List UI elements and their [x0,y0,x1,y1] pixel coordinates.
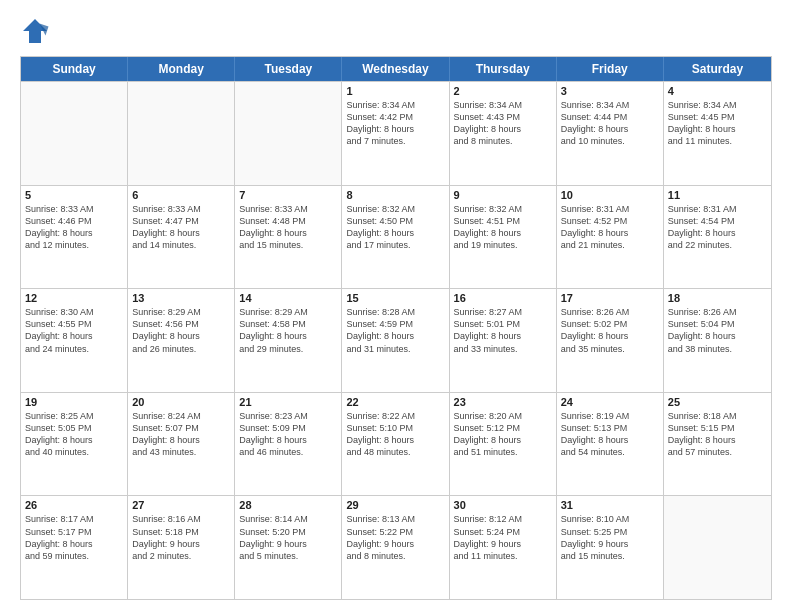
cell-line: Daylight: 8 hours [454,330,552,342]
cell-line: and 48 minutes. [346,446,444,458]
cell-line: Daylight: 8 hours [668,330,767,342]
page: SundayMondayTuesdayWednesdayThursdayFrid… [0,0,792,612]
cell-line: and 57 minutes. [668,446,767,458]
cell-line: Sunset: 5:01 PM [454,318,552,330]
cell-line: Sunset: 4:58 PM [239,318,337,330]
day-number: 19 [25,396,123,408]
cell-line: and 22 minutes. [668,239,767,251]
day-number: 11 [668,189,767,201]
weekday-header: Saturday [664,57,771,81]
cell-line: Sunset: 5:22 PM [346,526,444,538]
calendar-cell: 6Sunrise: 8:33 AMSunset: 4:47 PMDaylight… [128,186,235,289]
cell-line: Sunrise: 8:16 AM [132,513,230,525]
calendar-row: 1Sunrise: 8:34 AMSunset: 4:42 PMDaylight… [21,81,771,185]
day-number: 10 [561,189,659,201]
cell-line: Sunrise: 8:28 AM [346,306,444,318]
cell-line: Sunset: 4:54 PM [668,215,767,227]
cell-line: Daylight: 8 hours [239,434,337,446]
calendar-row: 26Sunrise: 8:17 AMSunset: 5:17 PMDayligh… [21,495,771,599]
cell-line: Daylight: 9 hours [346,538,444,550]
cell-line: and 11 minutes. [668,135,767,147]
cell-line: and 15 minutes. [561,550,659,562]
calendar-cell [128,82,235,185]
cell-line: Daylight: 8 hours [25,330,123,342]
calendar: SundayMondayTuesdayWednesdayThursdayFrid… [20,56,772,600]
cell-line: and 8 minutes. [346,550,444,562]
cell-line: Sunset: 4:55 PM [25,318,123,330]
cell-line: Sunset: 5:15 PM [668,422,767,434]
cell-line: and 43 minutes. [132,446,230,458]
cell-line: Sunset: 4:44 PM [561,111,659,123]
cell-line: Daylight: 8 hours [668,227,767,239]
header [20,16,772,46]
cell-line: and 59 minutes. [25,550,123,562]
calendar-cell: 17Sunrise: 8:26 AMSunset: 5:02 PMDayligh… [557,289,664,392]
cell-line: Sunset: 5:17 PM [25,526,123,538]
cell-line: and 33 minutes. [454,343,552,355]
cell-line: and 46 minutes. [239,446,337,458]
cell-line: Daylight: 9 hours [454,538,552,550]
calendar-cell: 20Sunrise: 8:24 AMSunset: 5:07 PMDayligh… [128,393,235,496]
cell-line: Sunrise: 8:32 AM [454,203,552,215]
calendar-cell: 24Sunrise: 8:19 AMSunset: 5:13 PMDayligh… [557,393,664,496]
day-number: 31 [561,499,659,511]
cell-line: Daylight: 8 hours [668,123,767,135]
day-number: 7 [239,189,337,201]
cell-line: Sunrise: 8:31 AM [668,203,767,215]
cell-line: Sunset: 4:47 PM [132,215,230,227]
day-number: 12 [25,292,123,304]
calendar-row: 19Sunrise: 8:25 AMSunset: 5:05 PMDayligh… [21,392,771,496]
cell-line: Daylight: 9 hours [561,538,659,550]
day-number: 16 [454,292,552,304]
cell-line: and 14 minutes. [132,239,230,251]
calendar-cell: 18Sunrise: 8:26 AMSunset: 5:04 PMDayligh… [664,289,771,392]
day-number: 30 [454,499,552,511]
day-number: 9 [454,189,552,201]
calendar-cell: 2Sunrise: 8:34 AMSunset: 4:43 PMDaylight… [450,82,557,185]
calendar-cell: 1Sunrise: 8:34 AMSunset: 4:42 PMDaylight… [342,82,449,185]
calendar-cell: 22Sunrise: 8:22 AMSunset: 5:10 PMDayligh… [342,393,449,496]
cell-line: Sunset: 5:12 PM [454,422,552,434]
cell-line: and 38 minutes. [668,343,767,355]
calendar-cell: 15Sunrise: 8:28 AMSunset: 4:59 PMDayligh… [342,289,449,392]
cell-line: Sunrise: 8:34 AM [454,99,552,111]
cell-line: Daylight: 8 hours [561,227,659,239]
cell-line: Sunrise: 8:20 AM [454,410,552,422]
calendar-cell: 5Sunrise: 8:33 AMSunset: 4:46 PMDaylight… [21,186,128,289]
calendar-cell: 26Sunrise: 8:17 AMSunset: 5:17 PMDayligh… [21,496,128,599]
day-number: 3 [561,85,659,97]
cell-line: Daylight: 8 hours [346,330,444,342]
cell-line: and 15 minutes. [239,239,337,251]
cell-line: Sunset: 5:20 PM [239,526,337,538]
day-number: 24 [561,396,659,408]
cell-line: and 5 minutes. [239,550,337,562]
day-number: 26 [25,499,123,511]
cell-line: Sunset: 4:48 PM [239,215,337,227]
calendar-cell: 8Sunrise: 8:32 AMSunset: 4:50 PMDaylight… [342,186,449,289]
day-number: 8 [346,189,444,201]
weekday-header: Thursday [450,57,557,81]
cell-line: Daylight: 9 hours [239,538,337,550]
cell-line: and 29 minutes. [239,343,337,355]
cell-line: and 51 minutes. [454,446,552,458]
cell-line: Sunset: 5:02 PM [561,318,659,330]
calendar-cell: 13Sunrise: 8:29 AMSunset: 4:56 PMDayligh… [128,289,235,392]
cell-line: Sunrise: 8:12 AM [454,513,552,525]
cell-line: Sunrise: 8:17 AM [25,513,123,525]
cell-line: and 8 minutes. [454,135,552,147]
cell-line: Sunrise: 8:18 AM [668,410,767,422]
cell-line: Sunrise: 8:24 AM [132,410,230,422]
logo-icon [20,16,50,46]
cell-line: Sunrise: 8:10 AM [561,513,659,525]
cell-line: Daylight: 9 hours [132,538,230,550]
cell-line: Sunrise: 8:34 AM [668,99,767,111]
cell-line: Sunrise: 8:33 AM [25,203,123,215]
cell-line: Daylight: 8 hours [454,227,552,239]
cell-line: Sunrise: 8:34 AM [561,99,659,111]
cell-line: Daylight: 8 hours [346,434,444,446]
calendar-cell [664,496,771,599]
calendar-cell: 10Sunrise: 8:31 AMSunset: 4:52 PMDayligh… [557,186,664,289]
cell-line: Sunrise: 8:26 AM [668,306,767,318]
cell-line: Sunset: 5:09 PM [239,422,337,434]
cell-line: Daylight: 8 hours [561,123,659,135]
